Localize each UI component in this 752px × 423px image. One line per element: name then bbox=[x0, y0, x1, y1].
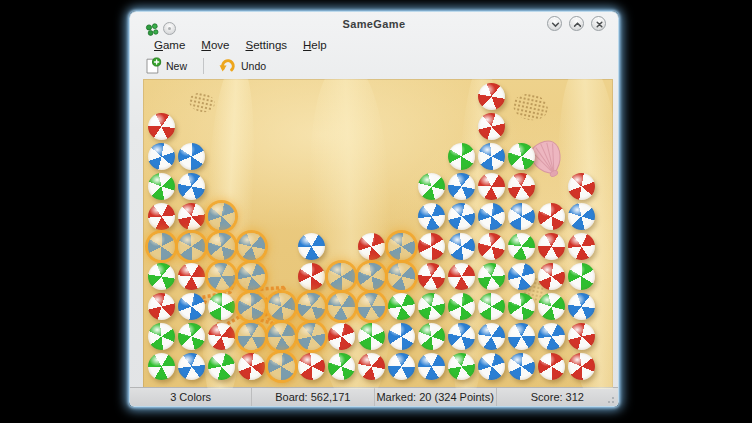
ball-marked-blue[interactable] bbox=[268, 293, 295, 320]
ball-green[interactable] bbox=[418, 323, 445, 350]
ball-blue[interactable] bbox=[478, 353, 505, 380]
ball-blue[interactable] bbox=[448, 323, 475, 350]
ball-red[interactable] bbox=[298, 353, 325, 380]
ball-marked-blue[interactable] bbox=[328, 263, 355, 290]
ball-red[interactable] bbox=[178, 203, 205, 230]
ball-green[interactable] bbox=[148, 173, 175, 200]
ball-blue[interactable] bbox=[568, 203, 595, 230]
ball-red[interactable] bbox=[238, 353, 265, 380]
ball-red[interactable] bbox=[418, 233, 445, 260]
ball-red[interactable] bbox=[538, 233, 565, 260]
ball-marked-blue[interactable] bbox=[208, 203, 235, 230]
ball-green[interactable] bbox=[508, 143, 535, 170]
ball-red[interactable] bbox=[568, 173, 595, 200]
ball-blue[interactable] bbox=[448, 203, 475, 230]
ball-green[interactable] bbox=[148, 323, 175, 350]
ball-marked-blue[interactable] bbox=[208, 233, 235, 260]
ball-marked-blue[interactable] bbox=[298, 323, 325, 350]
ball-red[interactable] bbox=[568, 233, 595, 260]
undo-button[interactable]: Undo bbox=[212, 56, 272, 77]
ball-marked-blue[interactable] bbox=[148, 233, 175, 260]
ball-blue[interactable] bbox=[178, 143, 205, 170]
ball-green[interactable] bbox=[508, 233, 535, 260]
ball-green[interactable] bbox=[508, 293, 535, 320]
ball-red[interactable] bbox=[148, 203, 175, 230]
maximize-icon[interactable] bbox=[569, 16, 584, 31]
ball-marked-blue[interactable] bbox=[208, 263, 235, 290]
ball-green[interactable] bbox=[538, 293, 565, 320]
ball-marked-blue[interactable] bbox=[238, 233, 265, 260]
resize-grip[interactable] bbox=[604, 393, 614, 403]
ball-red[interactable] bbox=[478, 113, 505, 140]
ball-red[interactable] bbox=[538, 203, 565, 230]
ball-blue[interactable] bbox=[178, 173, 205, 200]
ball-green[interactable] bbox=[358, 323, 385, 350]
ball-red[interactable] bbox=[298, 263, 325, 290]
ball-green[interactable] bbox=[478, 263, 505, 290]
ball-blue[interactable] bbox=[508, 353, 535, 380]
ball-marked-blue[interactable] bbox=[298, 293, 325, 320]
ball-red[interactable] bbox=[508, 173, 535, 200]
ball-red[interactable] bbox=[148, 113, 175, 140]
ball-green[interactable] bbox=[148, 353, 175, 380]
ball-blue[interactable] bbox=[298, 233, 325, 260]
ball-green[interactable] bbox=[328, 353, 355, 380]
ball-green[interactable] bbox=[448, 353, 475, 380]
ball-blue[interactable] bbox=[388, 323, 415, 350]
ball-marked-blue[interactable] bbox=[268, 353, 295, 380]
ball-red[interactable] bbox=[148, 293, 175, 320]
menu-help[interactable]: Help bbox=[295, 39, 335, 51]
ball-marked-blue[interactable] bbox=[268, 323, 295, 350]
menu-move[interactable]: Move bbox=[193, 39, 237, 51]
ball-blue[interactable] bbox=[568, 293, 595, 320]
ball-green[interactable] bbox=[418, 173, 445, 200]
ball-marked-blue[interactable] bbox=[238, 323, 265, 350]
ball-marked-blue[interactable] bbox=[178, 233, 205, 260]
ball-marked-blue[interactable] bbox=[358, 263, 385, 290]
ball-marked-blue[interactable] bbox=[388, 263, 415, 290]
new-button[interactable]: New bbox=[138, 55, 193, 77]
ball-green[interactable] bbox=[448, 143, 475, 170]
ball-red[interactable] bbox=[478, 83, 505, 110]
ball-blue[interactable] bbox=[448, 173, 475, 200]
ball-blue[interactable] bbox=[418, 203, 445, 230]
ball-green[interactable] bbox=[208, 293, 235, 320]
ball-red[interactable] bbox=[478, 233, 505, 260]
ball-blue[interactable] bbox=[448, 233, 475, 260]
ball-marked-blue[interactable] bbox=[388, 233, 415, 260]
ball-blue[interactable] bbox=[508, 203, 535, 230]
ball-green[interactable] bbox=[568, 263, 595, 290]
ball-blue[interactable] bbox=[478, 143, 505, 170]
ball-green[interactable] bbox=[178, 323, 205, 350]
ball-blue[interactable] bbox=[178, 353, 205, 380]
ball-marked-blue[interactable] bbox=[238, 293, 265, 320]
ball-green[interactable] bbox=[448, 293, 475, 320]
minimize-icon[interactable] bbox=[547, 16, 562, 31]
ball-red[interactable] bbox=[538, 353, 565, 380]
ball-green[interactable] bbox=[208, 353, 235, 380]
ball-red[interactable] bbox=[358, 353, 385, 380]
ball-red[interactable] bbox=[208, 323, 235, 350]
ball-red[interactable] bbox=[448, 263, 475, 290]
ball-red[interactable] bbox=[418, 263, 445, 290]
ball-green[interactable] bbox=[418, 293, 445, 320]
ball-red[interactable] bbox=[538, 263, 565, 290]
ball-blue[interactable] bbox=[388, 353, 415, 380]
title-bar[interactable]: SameGame bbox=[130, 12, 618, 36]
ball-blue[interactable] bbox=[478, 203, 505, 230]
ball-blue[interactable] bbox=[148, 143, 175, 170]
ball-red[interactable] bbox=[568, 323, 595, 350]
ball-red[interactable] bbox=[478, 173, 505, 200]
ball-marked-blue[interactable] bbox=[328, 293, 355, 320]
ball-red[interactable] bbox=[358, 233, 385, 260]
close-icon[interactable] bbox=[591, 16, 606, 31]
ball-marked-blue[interactable] bbox=[238, 263, 265, 290]
ball-marked-blue[interactable] bbox=[358, 293, 385, 320]
ball-blue[interactable] bbox=[478, 323, 505, 350]
ball-red[interactable] bbox=[328, 323, 355, 350]
ball-green[interactable] bbox=[388, 293, 415, 320]
ball-blue[interactable] bbox=[508, 263, 535, 290]
ball-blue[interactable] bbox=[508, 323, 535, 350]
menu-game[interactable]: Game bbox=[146, 39, 193, 51]
ball-blue[interactable] bbox=[418, 353, 445, 380]
